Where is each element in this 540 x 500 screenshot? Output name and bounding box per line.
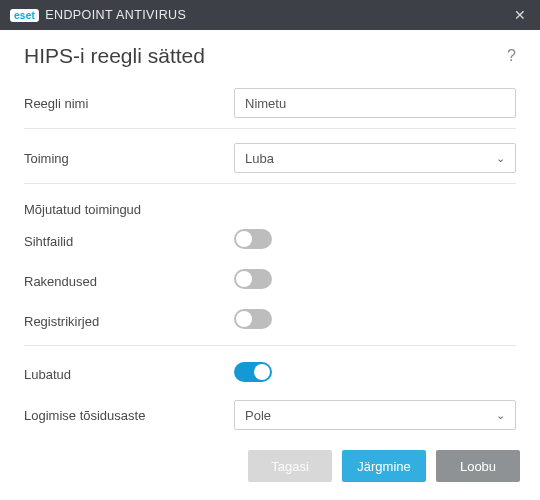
next-button[interactable]: Järgmine	[342, 450, 426, 482]
action-select[interactable]: Luba ⌄	[234, 143, 516, 173]
dialog-content: Reegli nimi Toiming Luba ⌄ Mõjutatud toi…	[0, 74, 540, 436]
enabled-label: Lubatud	[24, 367, 234, 382]
titlebar: eset ENDPOINT ANTIVIRUS ✕	[0, 0, 540, 30]
rule-name-input[interactable]	[234, 88, 516, 118]
chevron-down-icon: ⌄	[496, 409, 505, 422]
row-log-severity: Logimise tõsidusaste Pole ⌄	[24, 394, 516, 436]
page-title: HIPS-i reegli sätted	[24, 44, 507, 68]
row-enabled: Lubatud	[24, 354, 516, 394]
registry-label: Registrikirjed	[24, 314, 234, 329]
row-rule-name: Reegli nimi	[24, 82, 516, 124]
action-select-value: Luba	[245, 151, 274, 166]
rule-name-label: Reegli nimi	[24, 96, 234, 111]
log-severity-label: Logimise tõsidusaste	[24, 408, 234, 423]
row-registry: Registrikirjed	[24, 301, 516, 341]
close-icon[interactable]: ✕	[510, 7, 530, 23]
cancel-button[interactable]: Loobu	[436, 450, 520, 482]
row-target-files: Sihtfailid	[24, 221, 516, 261]
target-files-toggle[interactable]	[234, 229, 272, 249]
divider	[24, 183, 516, 184]
divider	[24, 345, 516, 346]
dialog-header: HIPS-i reegli sätted ?	[0, 30, 540, 74]
help-icon[interactable]: ?	[507, 47, 516, 65]
target-files-label: Sihtfailid	[24, 234, 234, 249]
dialog-window: eset ENDPOINT ANTIVIRUS ✕ HIPS-i reegli …	[0, 0, 540, 500]
log-severity-select[interactable]: Pole ⌄	[234, 400, 516, 430]
back-button: Tagasi	[248, 450, 332, 482]
applications-label: Rakendused	[24, 274, 234, 289]
product-name: ENDPOINT ANTIVIRUS	[45, 8, 510, 22]
action-label: Toiming	[24, 151, 234, 166]
row-applications: Rakendused	[24, 261, 516, 301]
enabled-toggle[interactable]	[234, 362, 272, 382]
brand-badge: eset	[10, 9, 39, 22]
applications-toggle[interactable]	[234, 269, 272, 289]
row-action: Toiming Luba ⌄	[24, 137, 516, 179]
log-severity-value: Pole	[245, 408, 271, 423]
affected-operations-heading: Mõjutatud toimingud	[24, 192, 516, 221]
divider	[24, 128, 516, 129]
dialog-footer: Tagasi Järgmine Loobu	[0, 436, 540, 500]
registry-toggle[interactable]	[234, 309, 272, 329]
chevron-down-icon: ⌄	[496, 152, 505, 165]
